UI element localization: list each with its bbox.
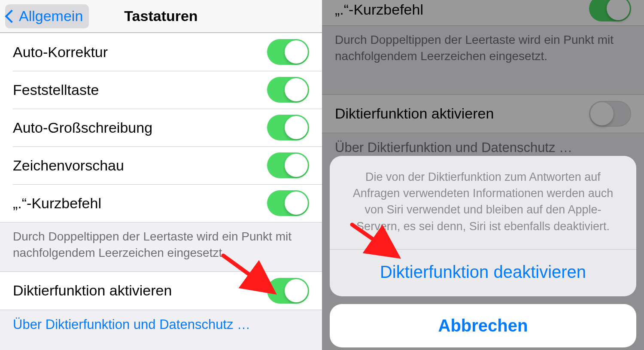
row-caps-lock[interactable]: Feststelltaste [0, 71, 322, 109]
toggle-period-shortcut[interactable] [267, 190, 309, 216]
period-shortcut-footer: Durch Doppeltippen der Leertaste wird ei… [0, 222, 322, 271]
dictation-group: Diktierfunktion aktivieren [0, 271, 322, 310]
settings-panel-left: Allgemein Tastaturen Auto-Korrektur Fest… [0, 0, 322, 350]
row-auto-correct[interactable]: Auto-Korrektur [0, 33, 322, 71]
cancel-button[interactable]: Abbrechen [330, 304, 636, 347]
back-button-label: Allgemein [19, 8, 83, 24]
row-label: Auto-Korrektur [13, 44, 108, 61]
row-label: Feststelltaste [13, 82, 99, 98]
action-sheet: Die von der Diktierfunktion zum Antworte… [330, 156, 636, 347]
row-period-shortcut[interactable]: „.“-Kurzbefehl [0, 184, 322, 222]
toggle-caps-lock[interactable] [267, 77, 309, 103]
row-char-preview[interactable]: Zeichenvorschau [0, 146, 322, 184]
dictation-privacy-link[interactable]: Über Diktierfunktion und Datenschutz … [0, 310, 322, 343]
chevron-left-icon [5, 9, 18, 23]
row-label: „.“-Kurzbefehl [13, 195, 101, 212]
settings-panel-right: „.“-Kurzbefehl Durch Doppeltippen der Le… [322, 0, 644, 350]
nav-header: Allgemein Tastaturen [0, 0, 322, 33]
toggle-dictation[interactable] [267, 278, 309, 304]
row-label: Auto-Großschreibung [13, 119, 152, 136]
action-sheet-card: Die von der Diktierfunktion zum Antworte… [330, 156, 636, 296]
toggle-char-preview[interactable] [267, 152, 309, 178]
confirm-deactivate-button[interactable]: Diktierfunktion deaktivieren [330, 250, 636, 296]
row-label: Diktierfunktion aktivieren [13, 282, 172, 299]
back-button[interactable]: Allgemein [5, 4, 89, 28]
row-label: Zeichenvorschau [13, 157, 124, 174]
action-sheet-message: Die von der Diktierfunktion zum Antworte… [330, 156, 636, 249]
row-dictation[interactable]: Diktierfunktion aktivieren [0, 272, 322, 310]
row-auto-capitalize[interactable]: Auto-Großschreibung [0, 109, 322, 146]
keyboard-options-group: Auto-Korrektur Feststelltaste Auto-Großs… [0, 33, 322, 222]
toggle-auto-correct[interactable] [267, 39, 309, 65]
toggle-auto-capitalize[interactable] [267, 115, 309, 140]
